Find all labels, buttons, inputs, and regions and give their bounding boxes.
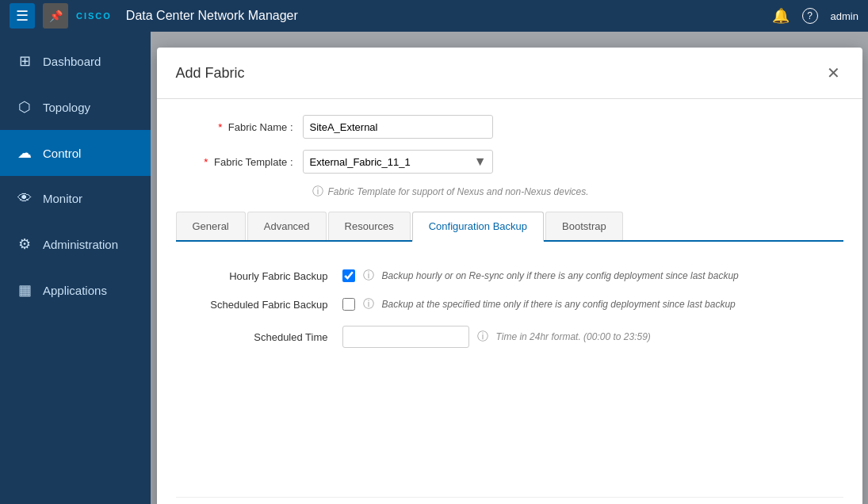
scheduled-backup-label: Scheduled Fabric Backup	[176, 299, 335, 311]
modal-footer: Save Cancel	[176, 497, 843, 504]
tab-advanced[interactable]: Advanced	[247, 212, 327, 240]
sidebar-label-dashboard: Dashboard	[43, 55, 101, 68]
hourly-backup-label: Hourly Fabric Backup	[176, 270, 335, 282]
scheduled-time-label: Scheduled Time	[176, 331, 335, 343]
main-layout: ⊞ Dashboard ⬡ Topology ☁ Control 👁 Monit…	[0, 32, 868, 504]
monitor-icon: 👁	[16, 190, 33, 207]
hamburger-icon: ☰	[16, 7, 29, 25]
hourly-backup-checkbox[interactable]	[342, 269, 355, 282]
scheduled-backup-desc: Backup at the specified time only if the…	[382, 299, 736, 310]
admin-label: admin	[831, 10, 858, 22]
tab-content-config-backup: Hourly Fabric Backup ⓘ Backup hourly or …	[176, 261, 843, 370]
sidebar-item-applications[interactable]: ▦ Applications	[0, 267, 151, 313]
help-icon[interactable]: ?	[802, 8, 818, 24]
info-icon: ⓘ	[312, 185, 323, 199]
scheduled-time-desc: Time in 24hr format. (00:00 to 23:59)	[496, 331, 651, 342]
fabric-name-input[interactable]	[303, 115, 493, 139]
sidebar-item-administration[interactable]: ⚙ Administration	[0, 221, 151, 267]
sidebar-item-dashboard[interactable]: ⊞ Dashboard	[0, 38, 151, 84]
sidebar-item-topology[interactable]: ⬡ Topology	[0, 84, 151, 130]
add-fabric-modal: Add Fabric ✕ * Fabric Name :	[157, 48, 862, 504]
header-actions: 🔔 ? admin	[772, 7, 858, 25]
content-area: Add Fabric ✕ * Fabric Name :	[151, 32, 868, 504]
pin-icon: 📌	[49, 10, 63, 22]
tab-configuration-backup[interactable]: Configuration Backup	[412, 212, 544, 242]
sidebar-label-administration: Administration	[43, 238, 118, 251]
modal-header: Add Fabric ✕	[157, 48, 862, 99]
fabric-name-label: * Fabric Name :	[176, 121, 303, 133]
bell-icon[interactable]: 🔔	[772, 7, 790, 25]
scheduled-backup-checkbox[interactable]	[342, 298, 355, 311]
hourly-backup-row: Hourly Fabric Backup ⓘ Backup hourly or …	[176, 269, 843, 283]
pin-button[interactable]: 📌	[43, 3, 68, 29]
cisco-logo: CISCO	[76, 11, 112, 21]
template-info-text: Fabric Template for support of Nexus and…	[328, 186, 589, 197]
hourly-info-icon[interactable]: ⓘ	[363, 269, 374, 283]
scheduled-backup-row: Scheduled Fabric Backup ⓘ Backup at the …	[176, 297, 843, 311]
hamburger-button[interactable]: ☰	[10, 3, 35, 29]
close-button[interactable]: ✕	[824, 60, 843, 86]
template-info-row: ⓘ Fabric Template for support of Nexus a…	[312, 185, 843, 199]
fabric-template-row: * Fabric Template : External_Fabric_11_1…	[176, 150, 843, 174]
required-star-template: *	[204, 156, 208, 168]
fabric-template-select-wrap: External_Fabric_11_1 VXLAN_Fabric eBGP_F…	[303, 150, 493, 174]
scheduled-time-input[interactable]	[342, 326, 469, 348]
tab-bar: General Advanced Resources Configuration…	[176, 212, 843, 242]
sidebar-label-topology: Topology	[43, 101, 90, 114]
scheduled-info-icon[interactable]: ⓘ	[363, 297, 374, 311]
administration-icon: ⚙	[16, 235, 33, 253]
sidebar-label-control: Control	[43, 147, 81, 160]
sidebar: ⊞ Dashboard ⬡ Topology ☁ Control 👁 Monit…	[0, 32, 151, 504]
top-header: ☰ 📌 CISCO Data Center Network Manager 🔔 …	[0, 0, 868, 32]
required-star-name: *	[218, 121, 222, 133]
scheduled-time-row: Scheduled Time ⓘ Time in 24hr format. (0…	[176, 326, 843, 348]
control-icon: ☁	[16, 144, 33, 162]
app-title: Data Center Network Manager	[126, 9, 764, 23]
fabric-name-row: * Fabric Name :	[176, 115, 843, 139]
fabric-template-label: * Fabric Template :	[176, 156, 303, 168]
hourly-backup-desc: Backup hourly or on Re-sync only if ther…	[382, 270, 739, 281]
dashboard-icon: ⊞	[16, 52, 33, 70]
topology-icon: ⬡	[16, 98, 33, 116]
sidebar-label-monitor: Monitor	[43, 192, 82, 205]
modal-overlay: Add Fabric ✕ * Fabric Name :	[151, 32, 868, 504]
fabric-template-select[interactable]: External_Fabric_11_1 VXLAN_Fabric eBGP_F…	[303, 150, 493, 174]
tab-general[interactable]: General	[176, 212, 246, 240]
tab-bootstrap[interactable]: Bootstrap	[545, 212, 623, 240]
tab-resources[interactable]: Resources	[328, 212, 411, 240]
sidebar-item-control[interactable]: ☁ Control	[0, 130, 151, 176]
sidebar-item-monitor[interactable]: 👁 Monitor	[0, 176, 151, 221]
modal-title: Add Fabric	[176, 65, 245, 82]
time-info-icon[interactable]: ⓘ	[477, 330, 488, 344]
modal-body: * Fabric Name : * Fabric Template :	[157, 99, 862, 504]
applications-icon: ▦	[16, 281, 33, 299]
sidebar-label-applications: Applications	[43, 284, 107, 297]
